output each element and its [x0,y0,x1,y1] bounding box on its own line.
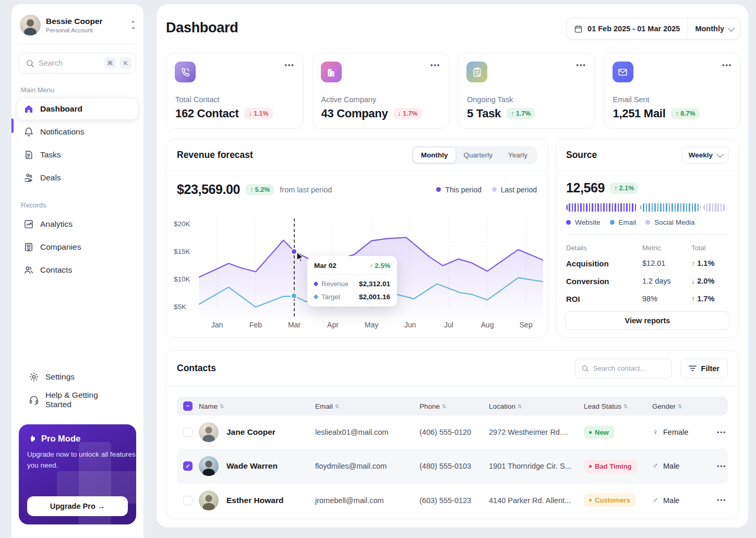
sidebar-item-label: Tasks [40,150,61,160]
legend-dot-website [566,220,571,225]
row-actions-button[interactable] [717,462,736,470]
phone-icon [175,62,196,82]
gear-icon [29,372,39,382]
filter-button[interactable]: Filter [680,359,728,378]
male-icon: ♂ [652,496,658,505]
y-axis-tick: $20K [174,220,197,228]
target-diamond-icon [314,295,319,300]
table-row: ROI 98% ↑ 1.7% [566,290,729,308]
contact-name: Jane Cooper [226,427,275,437]
column-header-phone[interactable]: Phone [419,402,489,410]
column-header-location[interactable]: Location [489,402,584,410]
stat-card-email-sent: Email Sent 1,251 Mail ↑ 8.7% [604,53,741,129]
legend-dot-email [610,220,615,225]
sidebar-item-contacts[interactable]: Contacts [17,259,138,281]
more-options-button[interactable] [722,63,732,68]
more-options-button[interactable] [284,63,294,68]
contact-row[interactable]: Jane Cooper lesliealx01@mail.com (406) 5… [177,415,728,449]
detail-metric: $12.01 [642,259,691,267]
contact-avatar [199,422,219,442]
row-actions-button[interactable] [717,496,736,504]
contact-email: lesliealx01@mail.com [315,428,419,436]
y-axis-tick: $15K [174,248,197,255]
row-actions-button[interactable] [717,429,736,436]
more-options-button[interactable] [576,63,586,68]
source-legend: Website Email Social Media [566,218,729,226]
period-dropdown[interactable]: Monthly [688,18,740,39]
mail-icon [613,62,633,82]
sidebar-search: ⌘ K [19,53,136,74]
page-title: Dashboard [166,20,238,36]
sidebar-item-companies[interactable]: Companies [17,236,138,258]
contact-search-input[interactable] [593,364,666,372]
pro-mode-title: Pro Mode [41,434,80,444]
cmd-key-hint: ⌘ [104,57,116,69]
tab-quarterly[interactable]: Quarterly [455,148,500,163]
more-options-button[interactable] [430,63,440,68]
sidebar-item-label: Analytics [40,219,73,229]
search-icon [26,59,34,68]
sidebar-item-label: Help & Getting Started [45,390,126,409]
stat-label: Ongoing Task [467,95,513,104]
contact-search [575,359,672,378]
row-checkbox[interactable] [183,461,193,471]
x-axis-tick: Mar [283,321,306,329]
building-icon [321,62,342,82]
revenue-period-tabs: Monthly Quarterly Yearly [412,146,537,164]
search-input[interactable] [39,59,100,67]
column-header-gender[interactable]: Gender [652,402,717,410]
upgrade-pro-button[interactable]: Upgrade Pro → [27,496,128,516]
x-axis-tick: Sep [514,321,537,329]
contact-row[interactable]: Esther Howard jromebell@mail.com (603) 5… [177,483,728,517]
profile-avatar [20,15,41,35]
person-icon [20,15,41,35]
tab-yearly[interactable]: Yearly [500,148,535,163]
detail-total: ↓ 2.0% [691,277,729,285]
tooltip-series-label: Target [321,293,340,301]
sidebar-item-analytics[interactable]: Analytics [17,213,138,235]
source-segment [640,203,700,212]
sidebar-item-deals[interactable]: Deals [17,167,138,189]
legend-dot-last-period [492,187,497,192]
person-icon [199,456,219,476]
profile-account-type: Personal Account [46,27,103,33]
sidebar-item-tasks[interactable]: Tasks [17,144,138,166]
contact-gender: Female [663,428,688,436]
profile-switcher[interactable]: Bessie Cooper Personal Account ⌃⌃ [11,4,143,44]
source-period-dropdown[interactable]: Weekly [682,146,729,164]
sidebar-item-notifications[interactable]: Notifications [17,121,138,143]
stat-label: Active Company [321,95,377,104]
contact-row[interactable]: Wade Warren floydmiles@mail.com (480) 55… [177,449,728,483]
pro-mode-description: Upgrade now to unlock all features you n… [27,449,136,471]
column-header-name[interactable]: Name [199,402,315,410]
sidebar-item-settings[interactable]: Settings [22,366,133,388]
stat-delta-badge: ↓ 1.7% [393,108,422,119]
tab-monthly[interactable]: Monthly [413,148,456,163]
revenue-amount: $23,569.00 [177,182,240,197]
stat-card-total-contact: Total Contact 162 Contact ↓ 1.1% [166,53,304,129]
bell-icon [23,127,34,137]
sidebar-item-help[interactable]: Help & Getting Started [22,389,133,411]
detail-total: ↑ 1.1% [691,259,729,267]
source-period-label: Weekly [689,151,713,159]
sidebar-item-dashboard[interactable]: Dashboard [17,98,138,120]
column-header: Metric [642,244,691,252]
column-header-lead-status[interactable]: Lead Status [584,402,652,410]
cursor-icon [296,252,305,262]
y-axis-tick: $5K [174,303,197,311]
row-checkbox[interactable] [183,496,193,505]
contact-gender: Male [663,496,679,505]
lead-status-badge: Bad Timing [584,460,637,473]
row-checkbox[interactable] [183,427,193,437]
stat-delta-badge: ↑ 8.7% [671,108,699,119]
filter-icon [689,365,697,372]
view-reports-button[interactable]: View reports [565,311,730,330]
detail-label: Acquisition [566,259,642,268]
column-header-email[interactable]: Email [315,402,419,410]
company-building-icon [23,242,34,252]
date-range-button[interactable]: 01 Feb 2025 - 01 Mar 2025 [567,18,688,39]
flame-icon [27,434,37,444]
tooltip-date: Mar 02 [314,262,337,270]
legend-dot-social [645,220,650,225]
select-all-checkbox[interactable] [183,401,193,411]
